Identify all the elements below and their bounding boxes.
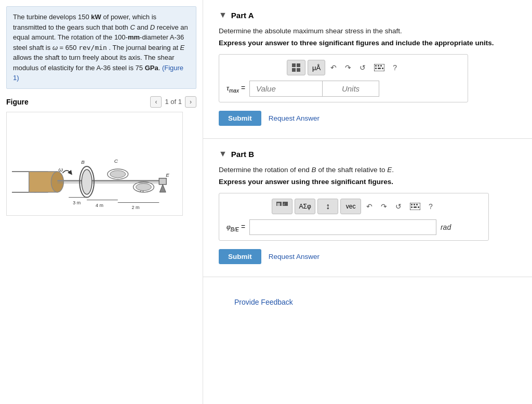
part-b-label: Part B <box>231 150 254 159</box>
right-panel: ▼ Part A Determine the absolute maximum … <box>203 0 532 404</box>
part-a-toggle[interactable]: ▼ <box>219 10 227 20</box>
part-a-description: Determine the absolute maximum shear str… <box>219 27 516 35</box>
svg-rect-34 <box>375 68 377 69</box>
svg-rect-27 <box>297 63 300 67</box>
part-b-value-input[interactable] <box>249 219 436 235</box>
toolbar-b-refresh-icon[interactable]: ↺ <box>392 200 405 213</box>
svg-rect-47 <box>418 206 419 208</box>
part-b-unit-suffix: rad <box>441 223 451 231</box>
figure-image: ω B C D E <box>6 112 183 216</box>
svg-rect-46 <box>414 206 417 208</box>
toolbar-b-redo-icon[interactable]: ↷ <box>378 200 390 213</box>
toolbar-a-mu-btn[interactable]: μÅ <box>308 60 325 75</box>
toolbar-b-formula-btn[interactable]: ▦ √ <box>272 199 292 214</box>
toolbar-a-redo-icon[interactable]: ↷ <box>342 61 354 74</box>
problem-text: The turbine develops 150 kW of power, wh… <box>6 6 196 89</box>
svg-rect-32 <box>378 65 379 67</box>
provide-feedback-link[interactable]: Provide Feedback <box>219 288 309 317</box>
part-b-answer-row: φB/E = rad <box>227 219 481 235</box>
part-b-header: ▼ Part B <box>219 149 516 159</box>
svg-rect-44 <box>416 204 418 205</box>
svg-text:ω: ω <box>58 166 63 172</box>
toolbar-a-refresh-icon[interactable]: ↺ <box>356 61 369 74</box>
part-b-instruction: Express your answer using three signific… <box>219 178 516 186</box>
part-a-value-input[interactable] <box>249 81 322 97</box>
figure-navigation: ‹ 1 of 1 › <box>150 96 196 108</box>
svg-text:3 m: 3 m <box>73 200 81 205</box>
svg-text:C: C <box>114 158 118 164</box>
svg-rect-45 <box>411 206 413 208</box>
svg-point-13 <box>110 170 126 177</box>
toolbar-a-keyboard-icon[interactable] <box>371 62 388 73</box>
part-b-input-area: ▦ √ ΑΣφ ↕ vec ↶ ↷ ↺ <box>219 193 489 241</box>
svg-rect-43 <box>414 204 415 205</box>
part-a-units-input[interactable] <box>322 81 379 97</box>
toolbar-b-arrow-btn[interactable]: ↕ <box>317 199 338 214</box>
toolbar-b-greek-btn[interactable]: ΑΣφ <box>295 199 315 214</box>
part-b-answer-label: φB/E = <box>227 223 245 232</box>
part-a-toolbar: μÅ ↶ ↷ ↺ ? <box>227 60 460 75</box>
part-a-instruction: Express your answer to three significant… <box>219 39 516 47</box>
part-a-label: Part A <box>231 11 254 20</box>
part-b-toggle[interactable]: ▼ <box>219 149 227 159</box>
part-b-description: Determine the rotation of end B of the s… <box>219 166 516 174</box>
toolbar-b-vec-btn[interactable]: vec <box>340 199 361 214</box>
part-a-action-row: Submit Request Answer <box>219 111 516 126</box>
svg-rect-26 <box>292 63 296 67</box>
figure-title: Figure <box>6 98 29 106</box>
part-a-answer-label: τmax = <box>227 84 245 94</box>
svg-rect-35 <box>378 68 381 69</box>
part-b-submit-button[interactable]: Submit <box>219 249 261 264</box>
toolbar-b-keyboard-icon[interactable] <box>407 201 423 212</box>
part-b-action-row: Submit Request Answer <box>219 249 516 264</box>
feedback-section: Provide Feedback <box>203 277 532 327</box>
svg-text:4 m: 4 m <box>96 202 103 207</box>
part-a-header: ▼ Part A <box>219 10 516 20</box>
svg-rect-29 <box>297 68 300 72</box>
figure-header: Figure ‹ 1 of 1 › <box>6 96 196 108</box>
figure-page-indicator: 1 of 1 <box>165 98 182 106</box>
part-a-answer-row: τmax = <box>227 81 460 97</box>
svg-rect-42 <box>411 204 413 205</box>
left-panel: The turbine develops 150 kW of power, wh… <box>0 0 203 404</box>
svg-text:▦: ▦ <box>277 202 281 206</box>
part-a-submit-button[interactable]: Submit <box>219 111 261 126</box>
part-b-toolbar: ▦ √ ΑΣφ ↕ vec ↶ ↷ ↺ <box>227 199 481 214</box>
part-b-section: ▼ Part B Determine the rotation of end B… <box>203 139 532 277</box>
svg-text:2 m: 2 m <box>132 205 140 210</box>
svg-text:B: B <box>81 159 85 165</box>
part-a-request-answer-link[interactable]: Request Answer <box>269 114 320 122</box>
figure-prev-button[interactable]: ‹ <box>150 96 162 108</box>
svg-rect-18 <box>159 178 166 184</box>
svg-marker-25 <box>159 184 166 192</box>
svg-rect-36 <box>382 68 383 69</box>
part-a-section: ▼ Part A Determine the absolute maximum … <box>203 0 532 139</box>
figure-section: Figure ‹ 1 of 1 › ω <box>6 96 196 216</box>
svg-point-16 <box>136 183 152 190</box>
toolbar-b-help-icon[interactable]: ? <box>425 200 436 213</box>
svg-rect-31 <box>375 65 377 67</box>
part-b-request-answer-link[interactable]: Request Answer <box>269 253 320 260</box>
svg-point-4 <box>51 171 63 192</box>
toolbar-b-undo-icon[interactable]: ↶ <box>363 200 376 213</box>
toolbar-a-undo-icon[interactable]: ↶ <box>327 61 340 74</box>
svg-point-9 <box>82 169 92 194</box>
svg-rect-28 <box>292 68 296 72</box>
toolbar-a-help-icon[interactable]: ? <box>390 61 400 74</box>
svg-rect-33 <box>380 65 382 67</box>
toolbar-a-grid-btn[interactable] <box>287 60 305 75</box>
svg-text:E: E <box>166 172 169 177</box>
part-a-input-area: μÅ ↶ ↷ ↺ ? <box>219 54 468 102</box>
figure-next-button[interactable]: › <box>185 96 196 108</box>
